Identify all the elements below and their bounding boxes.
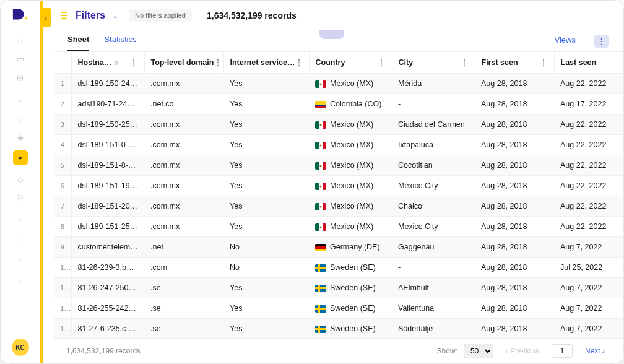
accent-strip [40,1,43,363]
table-row[interactable]: 1081-26-239-3.bob….comNoSweden (SE)-Aug … [54,258,623,278]
cell-tld: .com.mx [144,115,223,135]
flag-icon [315,326,326,333]
next-button[interactable]: Next › [579,344,611,358]
cell-isp: Yes [223,196,309,217]
cell-country: Mexico (MX) [309,115,392,135]
table-row[interactable]: 3dsl-189-150-251….com.mxYesMexico (MX)Ci… [54,115,623,135]
table-row[interactable]: 1381-27-6-235.c-s….seYesSweden (SE)Söder… [54,319,623,339]
cell-tld: .com [144,258,223,278]
layers-icon[interactable]: ◈ [15,132,25,142]
col-last-seen[interactable]: Last seen [554,52,623,74]
svg-point-0 [25,17,27,19]
record-count: 1,634,532,199 records [207,11,297,20]
cell-hostname: dsl-189-151-19-… [71,176,144,196]
cell-city: AElmhult [392,278,475,298]
cell-hostname: 81-26-239-3.bob… [71,258,144,278]
cell-city: Ciudad del Carmen [392,115,475,135]
panel-toggle[interactable]: › [40,8,51,27]
sort-icon[interactable]: ⇅ [114,59,119,66]
drag-handle[interactable] [319,30,344,39]
table-row[interactable]: 5dsl-189-151-8-5….com.mxYesMexico (MX)Co… [54,155,623,176]
cell-city: Vallentuna [392,298,475,319]
row-number: 7 [54,196,71,217]
col-hostname[interactable]: Hostna…⇅⋮ [71,52,144,74]
views-menu-icon[interactable]: ⋮ [594,35,609,48]
cell-isp: Yes [223,94,309,115]
table-row[interactable]: 4dsl-189-151-0-1….com.mxYesMexico (MX)Ix… [54,135,623,155]
left-rail: ⌂ ▭ ⊟ ⌄ ⌕ ◈ ✦ ◇ ⚐ › › › › KC [1,1,40,363]
cell-last-seen: Jul 25, 2022 [554,258,623,278]
cell-isp: Yes [223,176,309,196]
rail-icons: ⌂ ▭ ⊟ ⌄ ⌕ ◈ ✦ ◇ ⚐ [13,35,28,202]
column-menu-icon[interactable]: ⋮ [460,58,469,67]
cell-first-seen: Aug 28, 2018 [475,237,554,258]
column-menu-icon[interactable]: ⋮ [295,58,303,67]
row-number: 6 [54,176,71,196]
active-module-icon[interactable]: ✦ [13,150,28,165]
chevron-right-icon[interactable]: › [19,277,21,284]
flag-icon [315,264,326,272]
flag-icon [315,203,326,210]
cell-city: Chalco [392,196,475,217]
views-link[interactable]: Views [555,35,576,51]
data-table: Hostna…⇅⋮ Top-level domain⋮ Internet ser… [54,52,623,338]
table-row[interactable]: 8dsl-189-151-25-….com.mxYesMexico (MX)Me… [54,217,623,237]
search-icon[interactable]: ⌕ [15,113,25,123]
table-row[interactable]: 1181-26-247-250.c….seYesSweden (SE)AElmh… [54,278,623,298]
flag-icon[interactable]: ⚐ [15,193,25,202]
table-row[interactable]: 7dsl-189-151-20-….com.mxYesMexico (MX)Ch… [54,196,623,217]
folder-icon[interactable]: ▭ [15,54,25,64]
column-menu-icon[interactable]: ⋮ [539,58,548,67]
table-row[interactable]: 1281-26-255-242.c….seYesSweden (SE)Valle… [54,298,623,319]
flag-icon [315,244,326,251]
cell-first-seen: Aug 28, 2018 [475,298,554,319]
flag-icon [315,80,326,88]
cell-first-seen: Aug 28, 2018 [475,115,554,135]
column-menu-icon[interactable]: ⋮ [214,58,222,67]
show-label: Show: [437,347,457,355]
column-menu-icon[interactable]: ⋮ [377,58,386,67]
cell-last-seen: Aug 22, 2022 [554,135,623,155]
table-row[interactable]: 2adsl190-71-242-….net.coYesColombia (CO)… [54,94,623,115]
col-rownum [54,52,71,74]
table-row[interactable]: 1dsl-189-150-247….com.mxYesMexico (MX)Mé… [54,74,623,94]
cell-tld: .se [144,298,223,319]
col-isp[interactable]: Internet service…⋮ [223,52,309,74]
cell-hostname: dsl-189-151-20-… [71,196,144,217]
cell-tld: .se [144,278,223,298]
row-number: 11 [54,278,71,298]
col-country[interactable]: Country⋮ [309,52,392,74]
page-input[interactable] [552,344,573,358]
diamond-icon[interactable]: ◇ [15,174,25,184]
chevron-right-icon[interactable]: › [19,236,21,243]
row-number: 4 [54,135,71,155]
table-row[interactable]: 6dsl-189-151-19-….com.mxYesMexico (MX)Me… [54,176,623,196]
col-first-seen[interactable]: First seen⋮ [475,52,554,74]
cell-country: Mexico (MX) [309,74,392,94]
collapse-icon[interactable]: ⌄ [15,95,25,105]
cell-city: Ixtapaluca [392,135,475,155]
col-city[interactable]: City⋮ [392,52,475,74]
cell-tld: .net.co [144,94,223,115]
column-menu-icon[interactable]: ⋮ [129,58,138,67]
chevron-right-icon[interactable]: › [19,257,21,264]
cell-hostname: dsl-189-151-0-1… [71,135,144,155]
row-number: 1 [54,74,71,94]
home-icon[interactable]: ⌂ [15,35,25,45]
chevron-right-icon[interactable]: › [19,216,21,223]
archive-icon[interactable]: ⊟ [15,72,25,82]
page-size-select[interactable]: 50 [464,344,493,358]
tab-sheet[interactable]: Sheet [67,35,89,51]
col-tld[interactable]: Top-level domain⋮ [144,52,223,74]
cell-last-seen: Aug 7, 2022 [554,237,623,258]
tab-statistics[interactable]: Statistics [104,35,136,51]
table-row[interactable]: 9customer.telema….netNoGermany (DE)Gagge… [54,237,623,258]
prev-button: ‹ Previous [500,344,545,358]
user-avatar[interactable]: KC [12,339,29,356]
cell-tld: .se [144,319,223,339]
cell-country: Sweden (SE) [309,298,392,319]
cell-country: Mexico (MX) [309,217,392,237]
chevron-down-icon[interactable]: ⌄ [113,12,118,19]
filters-button[interactable]: Filters [76,10,105,21]
cell-last-seen: Aug 22, 2022 [554,115,623,135]
